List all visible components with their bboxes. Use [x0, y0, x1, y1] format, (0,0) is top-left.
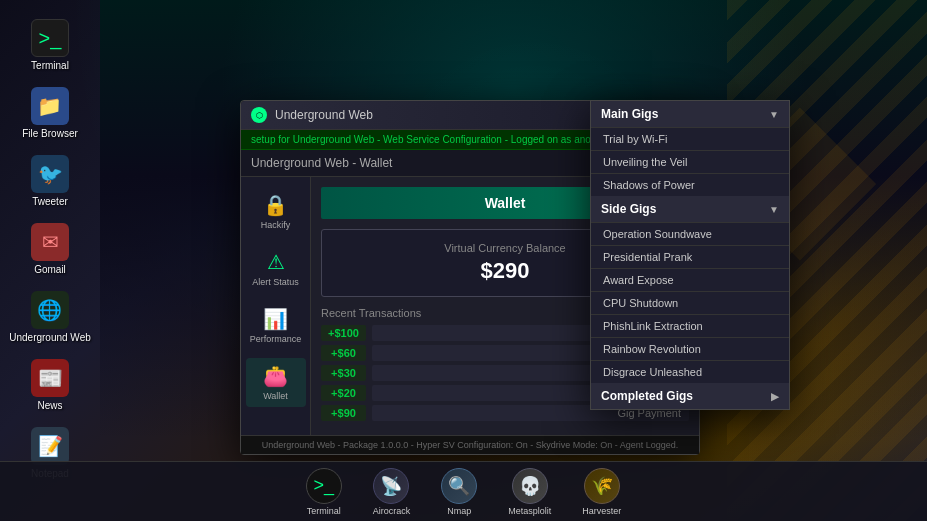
left-nav: 🔒 Hackify ⚠ Alert Status 📊 Performance 👛…: [241, 177, 311, 435]
nav-performance[interactable]: 📊 Performance: [246, 301, 306, 350]
main-gigs-section: Main Gigs ▼: [591, 101, 789, 127]
underground-web-label: Underground Web: [9, 332, 91, 343]
tx-amount-1: +$60: [321, 345, 366, 361]
tweeter-icon: 🐦: [31, 155, 69, 193]
wallet-nav-label: Wallet: [263, 391, 288, 401]
alert-status-nav-label: Alert Status: [252, 277, 299, 287]
tx-amount-2: +$30: [321, 365, 366, 381]
performance-icon: 📊: [263, 307, 288, 331]
window-app-icon: ⬡: [251, 107, 267, 123]
underground-web-icon: 🌐: [31, 291, 69, 329]
main-gigs-label: Main Gigs: [601, 107, 658, 121]
taskbar-harvester-label: Harvester: [582, 506, 621, 516]
completed-gigs-section: Completed Gigs ▶: [591, 383, 789, 409]
tx-amount-0: +$100: [321, 325, 366, 341]
desktop-icon-tweeter[interactable]: 🐦 Tweeter: [27, 151, 73, 211]
gig-item-unveiling-veil[interactable]: Unveiling the Veil: [591, 150, 789, 173]
completed-gigs-label: Completed Gigs: [601, 389, 693, 403]
gig-item-disgrace-unleashed[interactable]: Disgrace Unleashed: [591, 360, 789, 383]
side-gigs-section: Side Gigs ▼: [591, 196, 789, 222]
tx-amount-4: +$90: [321, 405, 366, 421]
main-gigs-header[interactable]: Main Gigs ▼: [591, 101, 789, 127]
taskbar-nmap[interactable]: 🔍 Nmap: [433, 464, 485, 520]
nav-wallet[interactable]: 👛 Wallet: [246, 358, 306, 407]
taskbar-metasploit-label: Metasplolit: [508, 506, 551, 516]
news-label: News: [37, 400, 62, 411]
taskbar-nmap-label: Nmap: [447, 506, 471, 516]
main-gigs-chevron: ▼: [769, 109, 779, 120]
news-icon: 📰: [31, 359, 69, 397]
gig-item-shadows-power[interactable]: Shadows of Power: [591, 173, 789, 196]
file-browser-label: File Browser: [22, 128, 78, 139]
taskbar-harvester[interactable]: 🌾 Harvester: [574, 464, 629, 520]
side-gigs-label: Side Gigs: [601, 202, 656, 216]
taskbar-airocrack-label: Airocrack: [373, 506, 411, 516]
gig-item-rainbow-revolution[interactable]: Rainbow Revolution: [591, 337, 789, 360]
taskbar-terminal[interactable]: >_ Terminal: [298, 464, 350, 520]
alert-status-icon: ⚠: [267, 250, 285, 274]
taskbar-terminal-label: Terminal: [307, 506, 341, 516]
taskbar-airocrack[interactable]: 📡 Airocrack: [365, 464, 419, 520]
taskbar: >_ Terminal 📡 Airocrack 🔍 Nmap 💀 Metaspl…: [0, 461, 927, 521]
performance-nav-label: Performance: [250, 334, 302, 344]
desktop-icon-gomail[interactable]: ✉ Gomail: [27, 219, 73, 279]
gig-item-award-expose[interactable]: Award Expose: [591, 268, 789, 291]
hackify-nav-label: Hackify: [261, 220, 291, 230]
bottom-status-bar: Underground Web - Package 1.0.0.0 - Hype…: [241, 435, 699, 454]
side-gigs-chevron: ▼: [769, 204, 779, 215]
gomail-icon: ✉: [31, 223, 69, 261]
desktop-icon-terminal[interactable]: >_ Terminal: [27, 15, 73, 75]
completed-gigs-header[interactable]: Completed Gigs ▶: [591, 383, 789, 409]
desktop-icons-panel: >_ Terminal 📁 File Browser 🐦 Tweeter ✉ G…: [0, 0, 100, 440]
tweeter-label: Tweeter: [32, 196, 68, 207]
taskbar-airocrack-icon: 📡: [373, 468, 409, 504]
wallet-icon: 👛: [263, 364, 288, 388]
taskbar-terminal-icon: >_: [306, 468, 342, 504]
gig-item-operation-soundwave[interactable]: Operation Soundwave: [591, 222, 789, 245]
desktop-icon-file-browser[interactable]: 📁 File Browser: [18, 83, 82, 143]
gig-item-presidential-prank[interactable]: Presidential Prank: [591, 245, 789, 268]
file-browser-icon: 📁: [31, 87, 69, 125]
gomail-label: Gomail: [34, 264, 66, 275]
gig-item-cpu-shutdown[interactable]: CPU Shutdown: [591, 291, 789, 314]
notepad-icon: 📝: [31, 427, 69, 465]
taskbar-nmap-icon: 🔍: [441, 468, 477, 504]
desktop-icon-news[interactable]: 📰 News: [27, 355, 73, 415]
taskbar-metasploit-icon: 💀: [512, 468, 548, 504]
completed-gigs-chevron: ▶: [771, 391, 779, 402]
side-gigs-header[interactable]: Side Gigs ▼: [591, 196, 789, 222]
tx-amount-3: +$20: [321, 385, 366, 401]
taskbar-harvester-icon: 🌾: [584, 468, 620, 504]
desktop-icon-underground-web[interactable]: 🌐 Underground Web: [5, 287, 95, 347]
taskbar-metasplolit[interactable]: 💀 Metasplolit: [500, 464, 559, 520]
terminal-label: Terminal: [31, 60, 69, 71]
nav-hackify[interactable]: 🔒 Hackify: [246, 187, 306, 236]
hackify-icon: 🔒: [263, 193, 288, 217]
nav-alert-status[interactable]: ⚠ Alert Status: [246, 244, 306, 293]
right-panel-gigs: Main Gigs ▼ Trial by Wi-Fi Unveiling the…: [590, 100, 790, 410]
gig-item-trial-wifi[interactable]: Trial by Wi-Fi: [591, 127, 789, 150]
terminal-icon: >_: [31, 19, 69, 57]
gig-item-phishlink-extraction[interactable]: PhishLink Extraction: [591, 314, 789, 337]
